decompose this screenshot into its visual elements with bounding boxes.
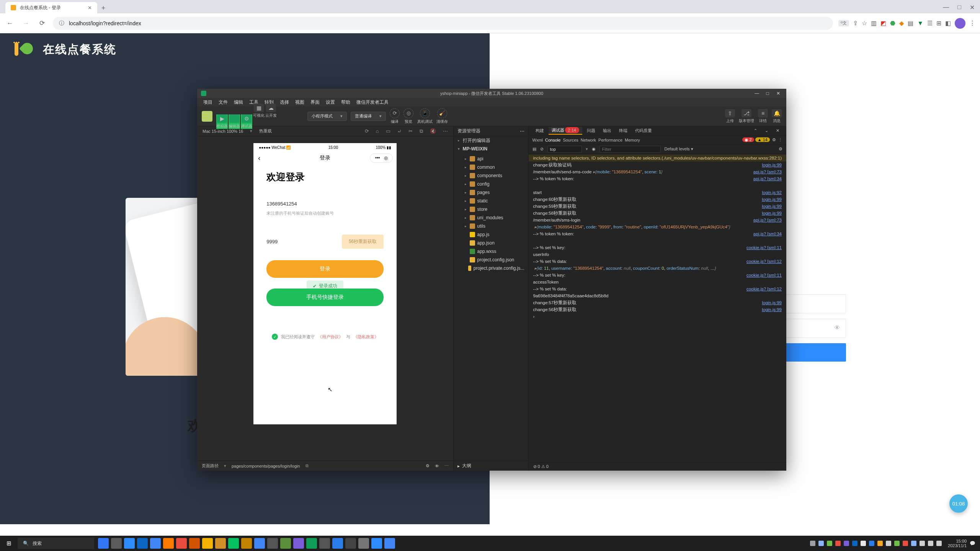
devtab-构建[interactable]: 构建 [532, 127, 547, 134]
checkbox-checked-icon[interactable]: ✓ [272, 334, 278, 340]
toolbar-真机调试[interactable]: 📱真机调试 [417, 108, 433, 124]
devtab-输出[interactable]: 输出 [600, 127, 614, 134]
menu-item[interactable]: 微信开发者工具 [354, 98, 391, 106]
devtools-icon[interactable]: ⋮ [778, 137, 782, 142]
console-line[interactable]: ▸{mobile: "13689541254", code: "9999", f… [529, 223, 786, 230]
taskbar-app[interactable] [332, 538, 343, 549]
console-output[interactable]: including tag name selectors, ID selecto… [529, 154, 786, 462]
toolbar-详情[interactable]: ≡详情 [758, 109, 768, 124]
console-line[interactable]: --> % set % key:cookie.js? [sm]:11 [529, 244, 786, 251]
address-bar[interactable]: ⓘ localhost/login?redirect=/index [53, 17, 833, 30]
clear-console-icon[interactable]: ⊘ [540, 147, 544, 152]
ext-icon[interactable]: ▥ [871, 20, 877, 27]
devtools-window-icon[interactable]: ⌄ [762, 127, 771, 134]
file-app.json[interactable]: app.json [454, 239, 528, 247]
taskbar-app[interactable] [215, 538, 226, 549]
taskbar-app[interactable] [358, 538, 369, 549]
explorer-more-icon[interactable]: ⋯ [520, 129, 524, 134]
privacy-link[interactable]: 《隐私政策》 [353, 334, 379, 340]
ext-icon[interactable]: ▤ [908, 20, 913, 27]
start-button[interactable]: ⊞ [0, 540, 18, 547]
phone-frame-icon[interactable]: ▭ [386, 128, 390, 134]
star-icon[interactable]: ☆ [862, 20, 867, 27]
context-select[interactable] [547, 146, 582, 153]
taskbar-app[interactable] [189, 538, 200, 549]
tray-icon[interactable] [861, 541, 866, 546]
taskbar-app[interactable] [137, 538, 148, 549]
site-info-icon[interactable]: ⓘ [59, 20, 64, 27]
tray-icon[interactable] [852, 541, 858, 546]
menu-icon[interactable]: ⋮ [969, 20, 975, 27]
toolbar-预览[interactable]: ◎预览 [403, 108, 413, 124]
file-api[interactable]: ▸api [454, 155, 528, 163]
capsule-close-icon[interactable]: ◎ [384, 155, 388, 161]
toolbar-编辑器[interactable]: 编辑器 [229, 114, 240, 129]
devtab-代码质量[interactable]: 代码质量 [632, 127, 655, 134]
levels-select[interactable]: Default levels ▾ [665, 147, 693, 152]
cut-icon[interactable]: ✂ [408, 128, 413, 134]
tray-icon[interactable] [818, 541, 824, 546]
tray-icon[interactable] [886, 541, 891, 546]
device-label[interactable]: Mac 15-inch 100% 16 [203, 129, 243, 134]
capsule-button[interactable]: •••◎ [370, 153, 393, 163]
taskbar-app[interactable] [176, 538, 187, 549]
taskbar-app[interactable] [111, 538, 122, 549]
ext-icon[interactable]: ⬣ [890, 20, 895, 27]
tray-icon[interactable] [827, 541, 832, 546]
toolbar-消息[interactable]: 🔔消息 [772, 109, 782, 124]
devtools-window-icon[interactable]: ✕ [773, 127, 782, 134]
reload-icon[interactable]: ⟳ [37, 18, 47, 29]
toolbar-清缓存[interactable]: 🧹清缓存 [436, 108, 448, 124]
console-line[interactable]: startlogin.js:92 [529, 189, 786, 196]
console-line[interactable]: /member/auth/sms-loginapi.js? [sm]:73 [529, 217, 786, 223]
console-settings-icon[interactable]: ⚙ [779, 147, 782, 152]
taskbar-app[interactable] [384, 538, 395, 549]
login-button[interactable]: 登录 ↖ ✔登录成功 [266, 260, 384, 278]
file-config[interactable]: ▸config [454, 180, 528, 188]
subtab-Wxml[interactable]: Wxml [532, 138, 543, 142]
tray-icon[interactable] [903, 541, 908, 546]
taskbar-clock[interactable]: 15:002023/11/1 [948, 539, 967, 548]
refresh-icon[interactable]: ⟳ [365, 128, 369, 134]
sms-code-value[interactable]: 9999 [266, 239, 337, 245]
console-line[interactable]: change:获取验证码login.js:99 [529, 161, 786, 168]
console-line[interactable]: --> % set % data:cookie.js? [sm]:12 [529, 258, 786, 265]
ext-icon[interactable]: ◧ [945, 20, 951, 27]
taskbar-app[interactable] [267, 538, 278, 549]
subtab-Memory[interactable]: Memory [625, 138, 640, 142]
tray-icon[interactable] [835, 541, 841, 546]
taskbar-app[interactable] [345, 538, 356, 549]
ext-icon[interactable]: ◩ [880, 20, 886, 27]
hot-reload-label[interactable]: 热重载 [259, 128, 272, 134]
tray-icon[interactable] [911, 541, 916, 546]
taskbar-app[interactable] [371, 538, 382, 549]
mode-select[interactable]: 小程序模式▾ [307, 112, 347, 121]
ide-titlebar[interactable]: yshop-miniapp - 微信开发者工具 Stable 1.06.2310… [197, 89, 786, 98]
tray-icon[interactable] [920, 541, 925, 546]
taskbar-app[interactable] [202, 538, 213, 549]
console-line[interactable]: change:59秒重新获取login.js:99 [529, 203, 786, 210]
file-components[interactable]: ▸components [454, 171, 528, 180]
back-icon[interactable]: ← [5, 18, 15, 29]
console-line[interactable]: accessToken [529, 279, 786, 285]
file-project.config.json[interactable]: project.config.json [454, 256, 528, 264]
ide-close-icon[interactable]: ✕ [774, 90, 782, 97]
taskbar-app[interactable] [280, 538, 291, 549]
tray-icon[interactable] [810, 541, 815, 546]
taskbar-app[interactable] [150, 538, 161, 549]
menu-item[interactable]: 界面 [308, 98, 322, 106]
devtools-icon[interactable]: ⚙ [772, 137, 776, 142]
ext-icon[interactable]: ☰ [927, 20, 933, 27]
taskbar-app[interactable] [228, 538, 239, 549]
toolbar-上传[interactable]: ⇪上传 [725, 109, 735, 124]
toolbar-调试器[interactable]: ⚙调试器 [241, 114, 252, 129]
menu-item[interactable]: 视图 [293, 98, 307, 106]
console-line[interactable]: /member/auth/send-sms-code ▸{mobile: "13… [529, 168, 786, 175]
ide-minimize-icon[interactable]: — [753, 90, 761, 97]
tab-close-icon[interactable]: ✕ [88, 5, 92, 11]
window-maximize-icon[interactable]: □ [957, 4, 961, 11]
sidebar-toggle-icon[interactable]: ▤ [532, 147, 536, 152]
forward-icon[interactable]: → [21, 18, 31, 29]
translate-icon[interactable]: ᴳ文 [838, 20, 849, 26]
taskbar-app[interactable] [163, 538, 174, 549]
